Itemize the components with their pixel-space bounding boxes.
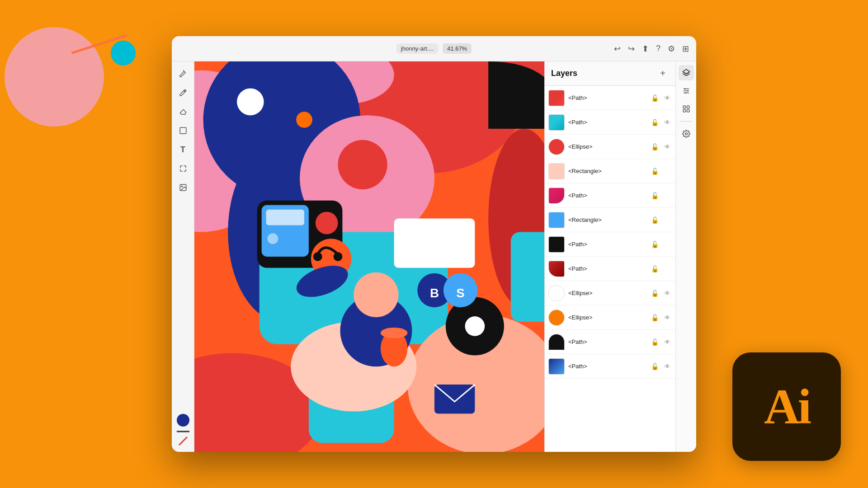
- layer-item[interactable]: <Ellipse> 🔓 👁: [545, 281, 675, 305]
- lock-icon[interactable]: 🔓: [650, 192, 659, 199]
- layer-thumbnail: [548, 188, 565, 204]
- layer-thumbnail: [548, 212, 565, 228]
- svg-rect-55: [687, 110, 689, 112]
- ai-logo: Ai: [732, 352, 841, 461]
- layer-thumbnail: [548, 236, 565, 253]
- undo-button[interactable]: ↩: [614, 44, 621, 54]
- layer-thumbnail: [548, 261, 565, 277]
- lock-icon[interactable]: 🔓: [650, 314, 659, 321]
- svg-rect-0: [180, 127, 186, 134]
- svg-point-28: [354, 272, 398, 317]
- layer-name: <Rectangle>: [568, 216, 646, 223]
- add-layer-button[interactable]: +: [656, 67, 669, 80]
- pen-tool[interactable]: [175, 66, 191, 81]
- arrange-button[interactable]: ⊞: [682, 44, 689, 54]
- svg-point-22: [268, 233, 278, 244]
- rectangle-tool[interactable]: [175, 123, 191, 138]
- stroke-icon: [177, 435, 189, 447]
- layer-item[interactable]: <Ellipse> 🔓 👁: [545, 305, 675, 330]
- svg-rect-18: [394, 219, 475, 268]
- lock-icon[interactable]: 🔓: [650, 363, 659, 370]
- layer-thumbnail: [548, 358, 565, 375]
- color-group: [177, 414, 189, 447]
- layer-item[interactable]: <Path> 🔓 👁: [545, 330, 675, 354]
- svg-line-4: [179, 437, 187, 445]
- share-button[interactable]: ⬆: [642, 44, 649, 54]
- eye-icon: 👁: [663, 265, 672, 272]
- svg-point-50: [687, 90, 688, 92]
- layer-thumbnail: [548, 285, 565, 301]
- layer-item[interactable]: <Path> 🔓 👁: [545, 86, 675, 110]
- layer-name: <Path>: [568, 241, 646, 248]
- eye-icon: 👁: [663, 216, 672, 224]
- svg-point-12: [237, 89, 264, 116]
- eye-icon[interactable]: 👁: [663, 314, 672, 321]
- right-panel-icons: [675, 61, 696, 452]
- svg-point-39: [313, 252, 322, 261]
- svg-point-16: [338, 140, 387, 189]
- pencil-tool[interactable]: [175, 85, 191, 100]
- lock-icon[interactable]: 🔓: [650, 119, 659, 126]
- lock-icon[interactable]: 🔓: [650, 265, 659, 272]
- svg-point-2: [181, 186, 182, 187]
- lock-icon[interactable]: 🔓: [650, 216, 659, 224]
- layer-thumbnail: [548, 90, 565, 106]
- svg-rect-52: [683, 106, 685, 108]
- redo-button[interactable]: ↪: [628, 44, 635, 54]
- svg-point-49: [684, 88, 685, 89]
- eye-icon[interactable]: 👁: [663, 363, 672, 370]
- layer-item[interactable]: <Path> 🔓 👁: [545, 110, 675, 135]
- canvas-area: B S: [194, 61, 544, 452]
- properties-panel-icon[interactable]: [679, 83, 694, 99]
- eye-icon[interactable]: 👁: [663, 338, 672, 346]
- text-tool[interactable]: T: [175, 142, 191, 157]
- image-tool[interactable]: [175, 180, 191, 195]
- lock-icon[interactable]: 🔓: [650, 168, 659, 175]
- svg-rect-21: [266, 210, 304, 225]
- title-bar-controls: ↩ ↪ ⬆ ? ⚙ ⊞: [614, 44, 689, 54]
- settings-button[interactable]: ⚙: [668, 44, 675, 54]
- layer-name: <Ellipse>: [568, 290, 646, 296]
- lock-icon[interactable]: 🔓: [650, 94, 659, 102]
- layers-panel: Layers + <Path> 🔓 👁 <Path>: [544, 61, 675, 452]
- fill-color[interactable]: [177, 414, 189, 427]
- layers-panel-icon[interactable]: [679, 65, 694, 80]
- lock-icon[interactable]: 🔓: [650, 143, 659, 150]
- options-icon[interactable]: [679, 126, 694, 141]
- lock-icon[interactable]: 🔓: [650, 290, 659, 297]
- main-content: T: [172, 61, 696, 452]
- file-name[interactable]: jhonny-art....: [396, 43, 438, 54]
- eye-icon[interactable]: 👁: [663, 94, 672, 102]
- layer-name: <Ellipse>: [568, 143, 646, 150]
- layer-name: <Path>: [568, 265, 646, 272]
- layer-thumbnail: [548, 163, 565, 179]
- layer-item[interactable]: <Rectangle> 🔓 👁: [545, 159, 675, 183]
- layers-title: Layers: [551, 69, 577, 78]
- teal-dot-decoration: [111, 41, 136, 66]
- transform-tool[interactable]: [175, 161, 191, 176]
- svg-text:S: S: [456, 286, 465, 300]
- layer-name: <Ellipse>: [568, 314, 646, 321]
- svg-point-40: [334, 252, 343, 261]
- lock-icon[interactable]: 🔓: [650, 338, 659, 346]
- layer-name: <Path>: [568, 363, 646, 370]
- layer-item[interactable]: <Path> 🔓 👁: [545, 257, 675, 281]
- eye-icon[interactable]: 👁: [663, 290, 672, 297]
- pink-decoration: [5, 27, 104, 127]
- libraries-panel-icon[interactable]: [679, 101, 694, 117]
- layer-item[interactable]: <Path> 🔓 👁: [545, 354, 675, 379]
- svg-rect-43: [511, 232, 544, 322]
- zoom-display[interactable]: 41.67%: [443, 43, 472, 54]
- layer-thumbnail: [548, 310, 565, 326]
- layer-item[interactable]: <Rectangle> 🔓 👁: [545, 208, 675, 232]
- eye-icon[interactable]: 👁: [663, 119, 672, 126]
- eye-icon[interactable]: 👁: [663, 143, 672, 150]
- eraser-tool[interactable]: [175, 104, 191, 119]
- lock-icon[interactable]: 🔓: [650, 241, 659, 248]
- layer-item[interactable]: <Path> 🔓 👁: [545, 232, 675, 257]
- layer-item[interactable]: <Ellipse> 🔓 👁: [545, 135, 675, 159]
- layer-item[interactable]: <Path> 🔓 👁: [545, 183, 675, 208]
- svg-point-30: [381, 328, 408, 338]
- layer-thumbnail: [548, 334, 565, 350]
- help-button[interactable]: ?: [656, 44, 660, 53]
